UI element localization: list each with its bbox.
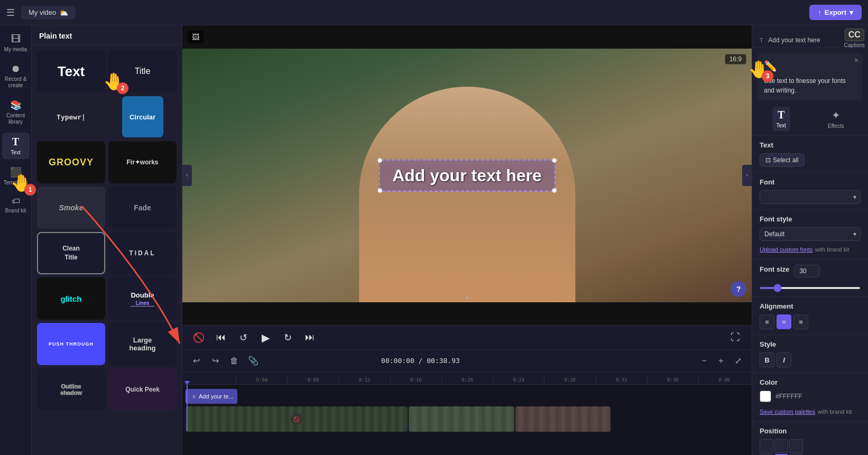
align-center-button[interactable]: ≡	[777, 314, 791, 329]
video-track-row: 🚫	[182, 408, 752, 431]
template-card-typewriter[interactable]: Typewr|	[37, 96, 105, 138]
template-card-text[interactable]: Text	[37, 50, 105, 92]
selection-handle-tr[interactable]	[552, 158, 557, 162]
person-silhouette	[359, 87, 575, 302]
template-label-smoke: Smoke	[59, 203, 84, 212]
rewind-button[interactable]: ↺	[235, 330, 251, 346]
select-all-button[interactable]: ⊡ Select all	[760, 153, 805, 167]
export-button[interactable]: ↑ Export ▾	[809, 5, 862, 20]
menu-icon[interactable]: ☰	[6, 7, 15, 18]
camera-off-button[interactable]: 🚫	[191, 330, 207, 346]
style-buttons: B I	[760, 352, 861, 367]
font-select[interactable]	[760, 190, 861, 204]
undo-button[interactable]: ↩	[189, 354, 204, 368]
align-left-icon: ≡	[765, 318, 769, 326]
text-tool-button[interactable]: T Text	[772, 107, 790, 131]
color-swatch[interactable]	[760, 391, 771, 402]
redo-button[interactable]: ↪	[208, 354, 223, 368]
pos-cell-tr[interactable]	[789, 439, 803, 453]
template-card-fireworks[interactable]: Fir✦works	[108, 141, 177, 183]
text-section: Text ⊡ Select all	[752, 136, 868, 173]
upload-custom-fonts-link[interactable]: Upload custom fonts	[760, 246, 812, 253]
template-card-circular[interactable]: Circular	[122, 96, 163, 137]
play-button[interactable]: ▶	[257, 330, 273, 346]
save-palettes-link[interactable]: Save custom palettes	[760, 408, 815, 415]
video-clip-2[interactable]	[409, 406, 514, 432]
delete-button[interactable]: 🗑	[227, 354, 242, 368]
forward-button[interactable]: ↻	[280, 330, 296, 346]
font-size-slider[interactable]	[760, 287, 861, 289]
video-clip-3[interactable]	[515, 406, 611, 432]
redo-icon: ↪	[212, 356, 219, 366]
camera-toggle-icon[interactable]: 🖼	[188, 31, 204, 43]
sidebar-label-my-media: My media	[4, 47, 27, 53]
help-button[interactable]: ?	[731, 281, 746, 297]
help-icon: ?	[736, 285, 741, 293]
skip-to-start-button[interactable]: ⏮	[213, 330, 229, 346]
skip-to-end-button[interactable]: ⏭	[302, 330, 318, 346]
hint-text: Use text to finesse your fonts and writi…	[764, 77, 846, 94]
topbar-left: ☰ My video ⛅	[6, 6, 76, 20]
template-card-tidal[interactable]: TIDAL	[108, 232, 177, 274]
effects-tool-button[interactable]: ✦ Effects	[824, 107, 848, 131]
template-card-title[interactable]: Title	[108, 50, 177, 92]
sidebar-item-my-media[interactable]: 🎞 My media	[2, 31, 30, 56]
collapse-right-button[interactable]: ›	[742, 165, 752, 186]
template-card-glitch[interactable]: glitch	[37, 277, 105, 320]
timeline-scroll-area[interactable]: 0:04 0:08 0:12 0:16 0:20 0:24 0:28 0:32 …	[182, 372, 752, 455]
zoom-in-button[interactable]: +	[714, 354, 728, 368]
video-clip-1[interactable]: 🚫	[186, 406, 408, 432]
template-card-double-lines[interactable]: Double Lines	[108, 277, 177, 320]
collapse-left-button[interactable]: ‹	[182, 165, 192, 186]
timeline-playhead[interactable]	[187, 385, 188, 431]
header-add-text-label: Add your text here	[768, 36, 820, 44]
text-overlay[interactable]: Add your text here	[378, 159, 556, 191]
main-area: 🎞 My media ⏺ Record &create 📚 Contentlib…	[0, 25, 868, 455]
font-size-input[interactable]	[793, 265, 820, 277]
template-card-outline-shadow[interactable]: Outlineshadow	[37, 368, 105, 411]
ruler-mark-2: 0:08	[287, 377, 338, 384]
template-card-fade[interactable]: Fade	[108, 187, 177, 229]
selection-handle-tl[interactable]	[377, 158, 382, 162]
font-style-select[interactable]: Default	[760, 227, 861, 241]
add-to-timeline-button[interactable]: 📎	[246, 354, 261, 368]
sidebar-item-content[interactable]: 📚 Contentlibrary	[2, 96, 30, 128]
fullscreen-button[interactable]: ⛶	[727, 330, 743, 346]
pos-cell-tl[interactable]	[760, 439, 773, 453]
timeline-toolbar: ↩ ↪ 🗑 📎 00:00:00 / 00:38.93 − +	[182, 350, 752, 372]
template-card-groovy[interactable]: GROOVY	[37, 141, 105, 183]
captions-button[interactable]: CC Captions	[844, 29, 865, 48]
template-card-push-through[interactable]: PUSH THROUGH	[37, 323, 105, 365]
timeline-ruler: 0:04 0:08 0:12 0:16 0:20 0:24 0:28 0:32 …	[182, 372, 752, 385]
align-left-button[interactable]: ≡	[760, 314, 774, 329]
ruler-mark-7: 0:28	[544, 377, 595, 384]
italic-button[interactable]: I	[777, 352, 791, 367]
project-tab[interactable]: My video ⛅	[21, 6, 76, 20]
template-card-smoke[interactable]: Smoke	[37, 187, 105, 229]
sidebar-item-brand[interactable]: 🏷 Brand kit	[2, 193, 30, 217]
position-grid	[760, 439, 861, 455]
selection-handle-bl[interactable]	[377, 188, 382, 192]
sidebar-item-text[interactable]: T Text	[2, 133, 30, 159]
bold-button[interactable]: B	[760, 352, 774, 367]
select-all-icon: ⊡	[765, 156, 771, 164]
zoom-out-button[interactable]: −	[697, 354, 712, 368]
sidebar-item-record[interactable]: ⏺ Record &create	[2, 60, 30, 92]
template-label-groovy: GROOVY	[49, 157, 94, 168]
pos-cell-tc[interactable]	[774, 439, 788, 453]
zoom-out-icon: −	[701, 356, 706, 366]
template-card-large-heading[interactable]: Largeheading	[108, 323, 177, 365]
selection-handle-br[interactable]	[552, 188, 557, 192]
template-card-quick-peek[interactable]: Quick Peek	[108, 368, 177, 411]
video-text-content[interactable]: Add your text here	[392, 165, 542, 185]
expand-bottom-icon[interactable]: ▾	[466, 294, 469, 301]
align-right-button[interactable]: ≡	[793, 314, 808, 329]
sidebar-item-templates[interactable]: ⬛ Templates	[2, 163, 30, 189]
template-card-clean-title[interactable]: CleanTitle	[37, 232, 105, 274]
text-track-clip[interactable]: ⏸ Add your te...	[186, 389, 237, 404]
ruler-marks: 0:04 0:08 0:12 0:16 0:20 0:24 0:28 0:32 …	[184, 377, 750, 384]
template-label-fireworks: Fir✦works	[126, 159, 158, 166]
hint-close-button[interactable]: ×	[854, 56, 858, 64]
cloud-icon: ⛅	[59, 8, 68, 17]
timeline-expand-button[interactable]: ⤢	[731, 354, 745, 368]
